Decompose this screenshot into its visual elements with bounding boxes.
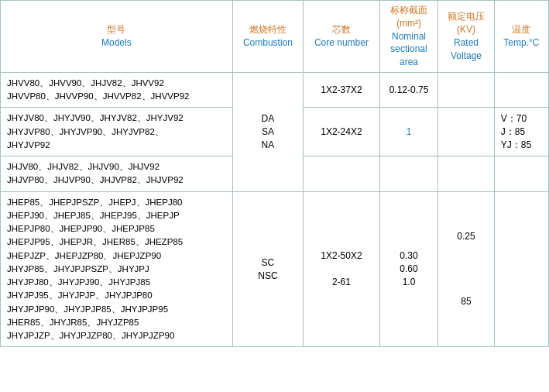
- model-cell: JHEP85、JHEPJPSZP、JHEPJ、JHEPJ80 JHEPJ90、J…: [1, 191, 233, 347]
- temp-cell: [494, 191, 548, 347]
- header-models: 型号 Models: [1, 1, 233, 73]
- section-cell: 0.12-0.75: [379, 72, 438, 108]
- voltage-cell: [438, 156, 494, 192]
- core-cell: 1X2-37X2: [304, 72, 380, 108]
- voltage-cell: [438, 108, 494, 156]
- temp-cell: V：70J：85YJ：85: [494, 108, 548, 156]
- header-combustion: 燃烧特性 Combustion: [232, 1, 303, 73]
- voltage-cell: [438, 72, 494, 108]
- model-cell: JHJV80、JHJV82、JHJV90、JHJV92JHJVP80、JHJVP…: [1, 156, 233, 192]
- model-cell: JHYJV80、JHYJV90、JHYJV82、JHYJV92JHYJVP80、…: [1, 108, 233, 156]
- combustion-cell: SCNSC: [232, 191, 303, 347]
- section-cell: 1: [379, 108, 438, 156]
- table-row: JHVV80、JHVV90、JHJV82、JHVV92JHVVP80、JHVVP…: [1, 72, 549, 108]
- voltage-cell: 0.2585: [438, 191, 494, 347]
- header-voltage: 额定电压(KV) RatedVoltage: [438, 1, 494, 73]
- header-core: 芯数 Core number: [304, 1, 380, 73]
- temp-cell: [494, 72, 548, 108]
- header-section: 标称截面(mm²) Nominalsectionalarea: [379, 1, 438, 73]
- core-cell: [304, 156, 380, 192]
- combustion-cell: DASANA: [232, 72, 303, 191]
- temp-cell: [494, 156, 548, 192]
- section-cell: [379, 156, 438, 192]
- header-temp: 温度 Temp.°C: [494, 1, 548, 73]
- core-cell: 1X2-50X22-61: [304, 191, 380, 347]
- main-table: 型号 Models 燃烧特性 Combustion 芯数 Core number…: [0, 0, 549, 347]
- core-cell: 1X2-24X2: [304, 108, 380, 156]
- section-cell: 0.300.601.0: [379, 191, 438, 347]
- table-row: JHEP85、JHEPJPSZP、JHEPJ、JHEPJ80 JHEPJ90、J…: [1, 191, 549, 347]
- model-cell: JHVV80、JHVV90、JHJV82、JHVV92JHVVP80、JHVVP…: [1, 72, 233, 108]
